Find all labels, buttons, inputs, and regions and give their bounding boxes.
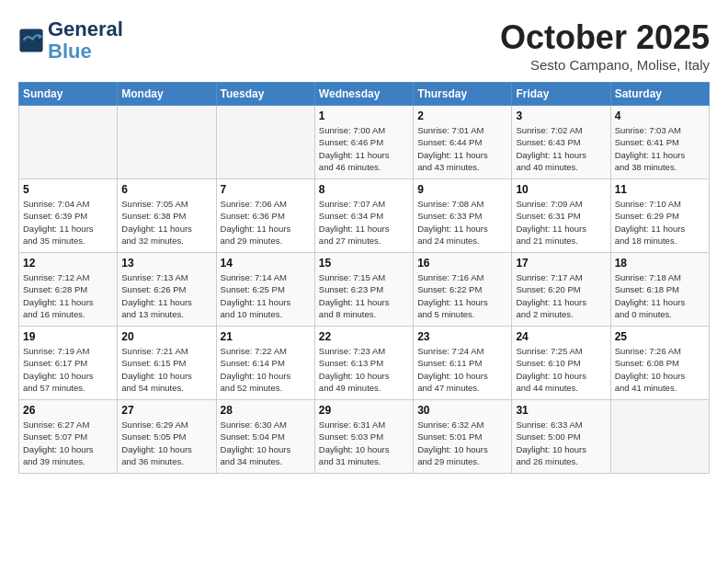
day-number: 27 (121, 404, 211, 417)
calendar-body: 1Sunrise: 7:00 AM Sunset: 6:46 PM Daylig… (19, 106, 710, 474)
day-info: Sunrise: 7:21 AM Sunset: 6:15 PM Dayligh… (121, 345, 211, 394)
day-info: Sunrise: 7:15 AM Sunset: 6:23 PM Dayligh… (319, 271, 409, 320)
day-number: 21 (221, 330, 311, 343)
calendar-header-thursday: Thursday (414, 83, 512, 106)
calendar-cell: 18Sunrise: 7:18 AM Sunset: 6:18 PM Dayli… (610, 253, 709, 327)
day-number: 1 (319, 109, 409, 122)
day-number: 20 (121, 330, 211, 343)
day-info: Sunrise: 7:18 AM Sunset: 6:18 PM Dayligh… (615, 271, 705, 320)
calendar-week-2: 5Sunrise: 7:04 AM Sunset: 6:39 PM Daylig… (19, 179, 710, 253)
calendar-cell: 8Sunrise: 7:07 AM Sunset: 6:34 PM Daylig… (314, 179, 413, 253)
day-info: Sunrise: 7:12 AM Sunset: 6:28 PM Dayligh… (23, 271, 113, 320)
day-info: Sunrise: 6:27 AM Sunset: 5:07 PM Dayligh… (23, 419, 113, 467)
calendar-cell: 9Sunrise: 7:08 AM Sunset: 6:33 PM Daylig… (414, 179, 512, 253)
day-number: 17 (516, 257, 606, 270)
calendar-cell: 28Sunrise: 6:30 AM Sunset: 5:04 PM Dayli… (216, 400, 314, 474)
day-info: Sunrise: 6:29 AM Sunset: 5:05 PM Dayligh… (121, 419, 211, 467)
calendar-cell: 16Sunrise: 7:16 AM Sunset: 6:22 PM Dayli… (414, 253, 512, 327)
day-info: Sunrise: 7:01 AM Sunset: 6:44 PM Dayligh… (417, 124, 507, 173)
day-info: Sunrise: 7:17 AM Sunset: 6:20 PM Dayligh… (516, 271, 606, 320)
day-info: Sunrise: 7:09 AM Sunset: 6:31 PM Dayligh… (516, 198, 606, 247)
calendar-cell: 26Sunrise: 6:27 AM Sunset: 5:07 PM Dayli… (19, 400, 118, 474)
svg-rect-0 (19, 29, 42, 52)
calendar-cell: 25Sunrise: 7:26 AM Sunset: 6:08 PM Dayli… (610, 327, 709, 400)
day-number: 4 (615, 109, 705, 122)
day-number: 15 (319, 257, 409, 270)
day-number: 13 (121, 257, 211, 270)
day-info: Sunrise: 7:22 AM Sunset: 6:14 PM Dayligh… (221, 345, 311, 394)
calendar-cell: 12Sunrise: 7:12 AM Sunset: 6:28 PM Dayli… (19, 253, 118, 327)
day-info: Sunrise: 7:14 AM Sunset: 6:25 PM Dayligh… (221, 271, 311, 320)
calendar-cell (118, 106, 216, 179)
day-number: 22 (319, 330, 409, 343)
calendar-cell (610, 400, 709, 474)
calendar-cell: 15Sunrise: 7:15 AM Sunset: 6:23 PM Dayli… (314, 253, 413, 327)
day-info: Sunrise: 7:24 AM Sunset: 6:11 PM Dayligh… (417, 345, 507, 394)
day-number: 23 (417, 330, 507, 343)
calendar-cell: 22Sunrise: 7:23 AM Sunset: 6:13 PM Dayli… (314, 327, 413, 400)
calendar-cell: 5Sunrise: 7:04 AM Sunset: 6:39 PM Daylig… (19, 179, 118, 253)
calendar-header-sunday: Sunday (19, 83, 118, 106)
calendar-header-tuesday: Tuesday (216, 83, 314, 106)
day-info: Sunrise: 7:05 AM Sunset: 6:38 PM Dayligh… (121, 198, 211, 247)
day-number: 9 (417, 183, 507, 196)
calendar-cell: 2Sunrise: 7:01 AM Sunset: 6:44 PM Daylig… (414, 106, 512, 179)
calendar-cell: 1Sunrise: 7:00 AM Sunset: 6:46 PM Daylig… (314, 106, 413, 179)
day-info: Sunrise: 7:07 AM Sunset: 6:34 PM Dayligh… (319, 198, 409, 247)
day-number: 30 (417, 404, 507, 417)
title-area: October 2025 Sesto Campano, Molise, Ital… (500, 18, 710, 73)
calendar-header-saturday: Saturday (610, 83, 709, 106)
day-number: 24 (516, 330, 606, 343)
logo-line2: Blue (48, 40, 123, 63)
calendar-header-row: SundayMondayTuesdayWednesdayThursdayFrid… (19, 83, 710, 106)
day-number: 11 (615, 183, 705, 196)
day-info: Sunrise: 7:26 AM Sunset: 6:08 PM Dayligh… (615, 345, 705, 394)
calendar-cell: 30Sunrise: 6:32 AM Sunset: 5:01 PM Dayli… (414, 400, 512, 474)
calendar-cell: 10Sunrise: 7:09 AM Sunset: 6:31 PM Dayli… (512, 179, 610, 253)
calendar-cell: 13Sunrise: 7:13 AM Sunset: 6:26 PM Dayli… (118, 253, 216, 327)
calendar-cell: 24Sunrise: 7:25 AM Sunset: 6:10 PM Dayli… (512, 327, 610, 400)
day-info: Sunrise: 6:33 AM Sunset: 5:00 PM Dayligh… (516, 419, 606, 467)
day-number: 25 (615, 330, 705, 343)
day-info: Sunrise: 6:30 AM Sunset: 5:04 PM Dayligh… (221, 419, 311, 467)
logo-icon (18, 28, 44, 53)
day-number: 18 (615, 257, 705, 270)
calendar-header-monday: Monday (118, 83, 216, 106)
calendar-cell: 29Sunrise: 6:31 AM Sunset: 5:03 PM Dayli… (314, 400, 413, 474)
location-subtitle: Sesto Campano, Molise, Italy (500, 57, 710, 73)
day-info: Sunrise: 7:19 AM Sunset: 6:17 PM Dayligh… (23, 345, 113, 394)
day-number: 5 (23, 183, 113, 196)
day-number: 10 (516, 183, 606, 196)
day-number: 7 (221, 183, 311, 196)
page-header: General Blue October 2025 Sesto Campano,… (18, 18, 710, 73)
calendar-cell (19, 106, 118, 179)
calendar-cell: 3Sunrise: 7:02 AM Sunset: 6:43 PM Daylig… (512, 106, 610, 179)
day-info: Sunrise: 7:23 AM Sunset: 6:13 PM Dayligh… (319, 345, 409, 394)
calendar-header-friday: Friday (512, 83, 610, 106)
day-number: 3 (516, 109, 606, 122)
day-number: 12 (23, 257, 113, 270)
calendar-cell: 17Sunrise: 7:17 AM Sunset: 6:20 PM Dayli… (512, 253, 610, 327)
day-number: 19 (23, 330, 113, 343)
calendar-cell: 4Sunrise: 7:03 AM Sunset: 6:41 PM Daylig… (610, 106, 709, 179)
calendar-week-3: 12Sunrise: 7:12 AM Sunset: 6:28 PM Dayli… (19, 253, 710, 327)
day-info: Sunrise: 7:16 AM Sunset: 6:22 PM Dayligh… (417, 271, 507, 320)
calendar-week-1: 1Sunrise: 7:00 AM Sunset: 6:46 PM Daylig… (19, 106, 710, 179)
day-info: Sunrise: 7:08 AM Sunset: 6:33 PM Dayligh… (417, 198, 507, 247)
calendar-table: SundayMondayTuesdayWednesdayThursdayFrid… (18, 82, 710, 474)
calendar-cell: 14Sunrise: 7:14 AM Sunset: 6:25 PM Dayli… (216, 253, 314, 327)
day-info: Sunrise: 7:00 AM Sunset: 6:46 PM Dayligh… (319, 124, 409, 173)
day-number: 26 (23, 404, 113, 417)
day-number: 31 (516, 404, 606, 417)
day-number: 2 (417, 109, 507, 122)
day-number: 29 (319, 404, 409, 417)
calendar-cell: 11Sunrise: 7:10 AM Sunset: 6:29 PM Dayli… (610, 179, 709, 253)
day-info: Sunrise: 7:10 AM Sunset: 6:29 PM Dayligh… (615, 198, 705, 247)
day-info: Sunrise: 7:13 AM Sunset: 6:26 PM Dayligh… (121, 271, 211, 320)
day-info: Sunrise: 6:31 AM Sunset: 5:03 PM Dayligh… (319, 419, 409, 467)
day-info: Sunrise: 7:03 AM Sunset: 6:41 PM Dayligh… (615, 124, 705, 173)
calendar-cell: 23Sunrise: 7:24 AM Sunset: 6:11 PM Dayli… (414, 327, 512, 400)
logo-line1: General (48, 18, 123, 40)
calendar-cell: 31Sunrise: 6:33 AM Sunset: 5:00 PM Dayli… (512, 400, 610, 474)
logo: General Blue (18, 18, 123, 63)
